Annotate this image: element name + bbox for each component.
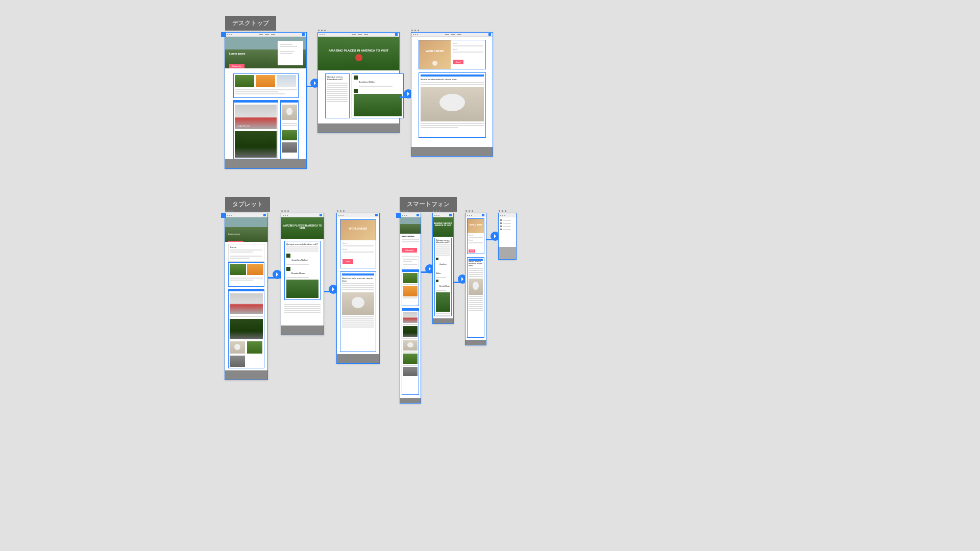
article-t3[interactable]: Mauris ex odio molestie, lacinia diam [340,271,376,352]
hero-title: AMAZING PLACES IN AMERICA TO VISIT [318,49,399,52]
thumb-bridge [230,293,263,314]
selection-handle[interactable] [396,213,401,218]
browser-chrome [465,213,486,217]
footer [225,159,306,168]
hero-forest-t: AMAZING PLACES IN AMERICA TO VISIT [281,217,324,239]
tablet-frame-3[interactable]: WORLD NEWS Name Email Send Mauris ex odi… [336,213,380,364]
footer [400,398,421,403]
section-featured[interactable]: Large title one [233,100,278,159]
label-tablet: タブレット [225,197,270,212]
thumb [247,264,263,275]
article-card-t[interactable]: Quisque cursus bibendum velit? Jonathon … [284,241,321,300]
browser-chrome [225,33,306,37]
tablet-cards-row[interactable] [228,262,264,287]
selection-handle[interactable] [221,32,226,37]
browser-chrome [281,213,324,217]
thumb-path [230,319,263,339]
section-cards-row[interactable] [233,73,299,98]
thumb-elephant-small [282,105,297,120]
menu-list [499,217,516,232]
send-button: Send [453,60,463,64]
world-news-title: WORLD NEWS [419,49,451,53]
sp-worldnews[interactable]: WORLD NEWS NameEmailSend [467,218,484,254]
sp-cards[interactable] [402,269,419,306]
browser-chrome [337,213,379,217]
traffic-lights-icon [281,210,289,212]
article-block[interactable]: Mauris ex odio molestie, lacinia diam [419,72,486,138]
footer [337,354,379,363]
browser-chrome [400,213,421,217]
hero-title: AMAZING PLACES IN AMERICA TO VISIT [281,224,324,230]
hero-heading: Lorem ipsum [229,52,245,55]
thumb-elephant-large [421,87,484,121]
selection-handle[interactable] [221,213,226,218]
article-text-card[interactable]: Quisque cursus bibendum velit? [325,73,350,118]
desktop-frame-3[interactable]: WORLD NEWS Name Email Send Mauris ex odi… [411,32,493,157]
info-card: Lorem [228,244,264,262]
sp-article[interactable]: Quisque cursus bibendum velit? Jonathon … [434,238,452,316]
hero-card [278,41,303,65]
traffic-lights-icon [433,210,440,212]
desktop-frame-1[interactable]: Lorem ipsum Subscribe Large title one [225,32,307,169]
tablet-featured[interactable] [228,289,264,368]
sp-frame-2[interactable]: AMAZING PLACES IN AMERICA TO VISIT Quisq… [432,213,454,324]
sp-frame-1[interactable]: BLOG NEWS Subscribe [400,213,421,404]
design-canvas[interactable]: デスクトップ Lorem ipsum Subscribe Large title… [0,0,980,551]
thumb-desert: WORLD NEWS [340,220,376,240]
world-news-block[interactable]: WORLD NEWS Name Email Send [419,40,486,69]
browser-chrome [225,213,267,217]
hero-forest: AMAZING PLACES IN AMERICA TO VISIT [318,37,399,70]
label-desktop: デスクトップ [225,16,276,31]
thumb-sky [277,75,296,87]
footer [281,325,324,335]
footer [225,370,267,380]
browser-chrome [433,213,453,217]
desktop-frame-2[interactable]: AMAZING PLACES IN AMERICA TO VISIT Quisq… [317,32,400,133]
thumb-forest-inline [354,94,402,116]
thumb-bridge: Large title one [235,105,277,129]
thumb-umbrella [256,75,275,87]
thumb-green-small [282,130,297,140]
traffic-lights-icon [337,210,345,212]
play-icon-small [432,61,437,66]
footer [318,123,399,133]
thumb [230,341,245,354]
thumb [230,356,245,367]
card-title: Large title one [237,124,250,127]
world-news-t[interactable]: WORLD NEWS Name Email Send [340,219,376,268]
hero-tablet: Lorem ipsum Subscribe [225,217,267,242]
thumb [342,292,374,315]
author-row-1: Jonathon Walker [354,76,402,85]
thumb-green [235,75,254,87]
traffic-lights-icon [225,210,233,212]
tablet-frame-1[interactable]: Lorem ipsum Subscribe Lorem [225,213,268,380]
traffic-lights-icon [400,210,408,212]
traffic-lights-icon [225,30,233,31]
tablet-frame-2[interactable]: AMAZING PLACES IN AMERICA TO VISIT Quisq… [281,213,324,335]
blog-news-title: BLOG NEWS [402,235,419,238]
thumb-road [282,142,297,153]
sp-frame-menu[interactable] [498,213,517,260]
thumb-path [235,131,277,158]
thumb [286,280,318,298]
hero-sp [400,217,421,234]
article-heading: Quisque cursus bibendum velit? [327,76,348,81]
label-smartphone: スマートフォン [400,197,457,212]
sp-article3[interactable]: Mauris ex odio molestie, lacinia diam [467,257,484,338]
hero-text: Lorem ipsum [228,233,240,235]
traffic-lights-icon [318,30,326,31]
section-sidebar[interactable] [280,100,299,159]
thumb [230,264,246,275]
thumb-desert: WORLD NEWS [419,40,451,69]
browser-chrome [499,213,516,217]
traffic-lights-icon [411,30,419,31]
thumb [247,341,262,354]
browser-chrome [318,33,399,37]
traffic-lights-icon [499,210,506,212]
subscribe-form: Name Email Send [453,42,483,65]
sp-frame-3[interactable]: WORLD NEWS NameEmailSend Mauris ex odio … [465,213,486,345]
article-heading-2: Mauris ex odio molestie, lacinia diam [421,78,484,81]
hero-sp2: AMAZING PLACES IN AMERICA TO VISIT [433,217,453,237]
authors-card[interactable]: Jonathon Walker Brenda Moran [352,73,404,118]
sp-featured[interactable] [402,308,419,395]
